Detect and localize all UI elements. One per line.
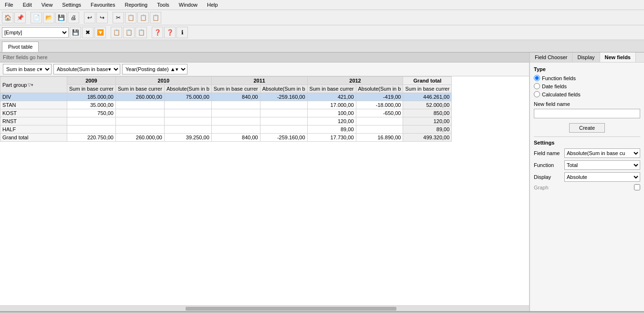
cell-0-3[interactable]: 840,00 <box>211 93 260 101</box>
cell-4-2[interactable] <box>164 125 211 134</box>
cell-0-1[interactable]: 260.000,00 <box>115 93 164 101</box>
create-button[interactable]: Create <box>569 123 605 133</box>
cell-2-2[interactable] <box>164 109 211 117</box>
cell-2-4[interactable] <box>260 109 307 117</box>
paste2-button[interactable]: 📋 <box>150 12 161 23</box>
radio-function-fields[interactable]: Function fields <box>534 75 640 81</box>
menu-reporting[interactable]: Reporting <box>122 1 150 9</box>
cell-3-6[interactable] <box>356 117 403 125</box>
cell-0-4[interactable]: -259.160,00 <box>260 93 307 101</box>
filter-button[interactable]: 🔽 <box>94 27 106 38</box>
paste3-button[interactable]: 📋 <box>123 27 135 38</box>
cell-2-6[interactable]: -650,00 <box>356 109 403 117</box>
menu-window[interactable]: Window <box>176 1 200 9</box>
cell-2-1[interactable] <box>115 109 164 117</box>
cell-5-5[interactable]: 17.730,00 <box>307 134 356 142</box>
redo-button[interactable]: ↪ <box>96 12 108 23</box>
cell-5-4[interactable]: -259.160,00 <box>260 134 307 142</box>
cell-5-2[interactable]: 39.250,00 <box>164 134 211 142</box>
undo-button[interactable]: ↩ <box>84 12 95 23</box>
menu-help[interactable]: Help <box>204 1 221 9</box>
save-button[interactable]: 💾 <box>55 12 67 23</box>
info-button[interactable]: ℹ <box>177 27 188 38</box>
help2-button[interactable]: ❓ <box>164 27 176 38</box>
field-name-select[interactable]: Absolute(Sum in base cu <box>564 148 640 158</box>
print-button[interactable]: 🖨 <box>68 12 79 23</box>
cell-3-1[interactable] <box>115 117 164 125</box>
menu-file[interactable]: File <box>2 1 16 9</box>
scrollbar-thumb[interactable] <box>186 307 396 311</box>
cell-5-3[interactable]: 840,00 <box>211 134 260 142</box>
panel-tab-display[interactable]: Display <box>572 52 600 62</box>
graph-checkbox[interactable] <box>634 184 640 190</box>
cell-3-7[interactable]: 120,00 <box>403 117 452 125</box>
cell-2-5[interactable]: 100,00 <box>307 109 356 117</box>
radio-calc-input[interactable] <box>534 91 540 97</box>
new-field-name-input[interactable] <box>534 109 640 118</box>
cell-4-6[interactable] <box>356 125 403 134</box>
cell-5-0[interactable]: 220.750,00 <box>67 134 116 142</box>
menu-settings[interactable]: Settings <box>59 1 84 9</box>
cell-0-0[interactable]: 185.000,00 <box>67 93 116 101</box>
cell-2-3[interactable] <box>211 109 260 117</box>
field-dropdown-1[interactable]: Sum in base c▾ <box>3 64 52 74</box>
field-dropdown-2[interactable]: Absolute(Sum in base▾ <box>53 64 120 74</box>
cell-2-0[interactable]: 750,00 <box>67 109 116 117</box>
workspace-dropdown[interactable]: [Empty] <box>2 27 69 38</box>
cell-1-3[interactable] <box>211 101 260 109</box>
pin-button[interactable]: 📌 <box>14 12 26 23</box>
display-select[interactable]: Absolute <box>564 172 640 182</box>
menu-favourites[interactable]: Favourites <box>88 1 118 9</box>
cell-4-1[interactable] <box>115 125 164 134</box>
cell-0-6[interactable]: -419,00 <box>356 93 403 101</box>
home-button[interactable]: 🏠 <box>2 12 13 23</box>
pivot-table-container[interactable]: Part group ▽▾ 2009 2010 2011 2012 Grand … <box>0 76 529 305</box>
copy-button[interactable]: 📋 <box>125 12 136 23</box>
radio-function-input[interactable] <box>534 75 540 81</box>
new-button[interactable]: 📄 <box>31 12 42 23</box>
close-button[interactable]: ✖ <box>82 27 93 38</box>
cell-1-5[interactable]: 17.000,00 <box>307 101 356 109</box>
cell-1-7[interactable]: 52.000,00 <box>403 101 452 109</box>
cell-3-3[interactable] <box>211 117 260 125</box>
radio-calculated-fields[interactable]: Calculated fields <box>534 91 640 97</box>
open-button[interactable]: 📂 <box>43 12 54 23</box>
panel-tab-new-fields[interactable]: New fields <box>600 52 636 62</box>
cell-5-7[interactable]: 499.320,00 <box>403 134 452 142</box>
cell-0-7[interactable]: 446.261,00 <box>403 93 452 101</box>
menu-edit[interactable]: Edit <box>20 1 35 9</box>
field-dropdown-3[interactable]: Year(Posting date) ▲▾ <box>122 64 187 74</box>
panel-tab-field-chooser[interactable]: Field Chooser <box>530 52 572 62</box>
cell-5-6[interactable]: 16.890,00 <box>356 134 403 142</box>
cell-1-2[interactable] <box>164 101 211 109</box>
cell-1-0[interactable]: 35.000,00 <box>67 101 116 109</box>
cell-0-5[interactable]: 421,00 <box>307 93 356 101</box>
cell-4-7[interactable]: 89,00 <box>403 125 452 134</box>
copy2-button[interactable]: 📋 <box>111 27 122 38</box>
cell-3-0[interactable] <box>67 117 116 125</box>
cut-button[interactable]: ✂ <box>113 12 124 23</box>
sort-arrows[interactable]: ▽▾ <box>28 83 33 87</box>
cell-3-2[interactable] <box>164 117 211 125</box>
radio-date-fields[interactable]: Date fields <box>534 83 640 89</box>
cell-1-6[interactable]: -18.000,00 <box>356 101 403 109</box>
cell-3-4[interactable] <box>260 117 307 125</box>
paste-button[interactable]: 📋 <box>137 12 149 23</box>
paste4-button[interactable]: 📋 <box>135 27 147 38</box>
cell-1-4[interactable] <box>260 101 307 109</box>
save2-button[interactable]: 💾 <box>70 27 81 38</box>
cell-0-2[interactable]: 75.000,00 <box>164 93 211 101</box>
cell-5-1[interactable]: 260.000,00 <box>115 134 164 142</box>
cell-2-7[interactable]: 850,00 <box>403 109 452 117</box>
cell-4-4[interactable] <box>260 125 307 134</box>
function-select[interactable]: Total <box>564 160 640 170</box>
horizontal-scrollbar[interactable] <box>0 305 529 311</box>
cell-3-5[interactable]: 120,00 <box>307 117 356 125</box>
cell-4-5[interactable]: 89,00 <box>307 125 356 134</box>
cell-4-3[interactable] <box>211 125 260 134</box>
cell-4-0[interactable] <box>67 125 116 134</box>
menu-tools[interactable]: Tools <box>154 1 172 9</box>
radio-date-input[interactable] <box>534 83 540 89</box>
cell-1-1[interactable] <box>115 101 164 109</box>
tab-pivot-table[interactable]: Pivot table <box>2 42 39 52</box>
